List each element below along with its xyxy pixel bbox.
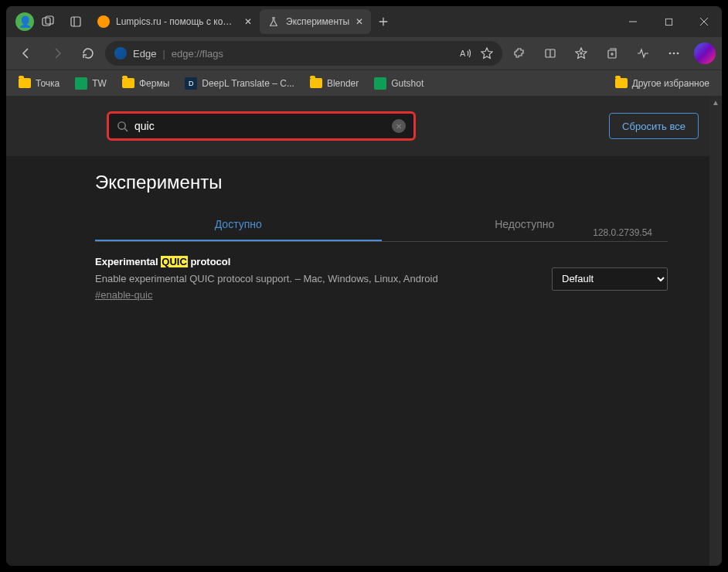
read-aloud-icon[interactable]: A: [459, 47, 471, 60]
bookmark-blender[interactable]: Blender: [304, 73, 365, 94]
bookmark-tochka[interactable]: Точка: [12, 73, 66, 94]
filter-tabs: Доступно Недоступно: [95, 209, 668, 242]
svg-rect-2: [71, 17, 80, 26]
flag-anchor-link[interactable]: #enable-quic: [95, 289, 152, 301]
address-separator: |: [162, 48, 165, 60]
clear-icon[interactable]: ✕: [392, 119, 406, 133]
address-url: edge://flags: [172, 48, 223, 60]
menu-button[interactable]: [660, 39, 688, 67]
workspaces-icon[interactable]: [34, 6, 62, 37]
search-input[interactable]: [134, 120, 386, 132]
svg-point-21: [118, 121, 125, 128]
window-controls: [615, 6, 722, 37]
maximize-button[interactable]: [651, 6, 686, 37]
close-icon[interactable]: ✕: [244, 16, 252, 27]
tab-actions-icon[interactable]: [62, 6, 90, 37]
edge-icon: [114, 47, 127, 60]
new-tab-button[interactable]: [371, 9, 396, 34]
address-bar[interactable]: Edge | edge://flags A: [105, 41, 502, 66]
flag-state-select[interactable]: Default: [552, 267, 668, 291]
tab-experiments[interactable]: Эксперименты ✕: [260, 9, 371, 34]
bookmark-tw[interactable]: TW: [69, 73, 113, 94]
forward-button: [43, 39, 71, 67]
tab-lumpics[interactable]: Lumpics.ru - помощь с компьюте ✕: [90, 9, 260, 34]
tab-available[interactable]: Доступно: [95, 209, 382, 241]
split-screen-icon[interactable]: [536, 39, 564, 67]
tab-label: Эксперименты: [286, 16, 349, 27]
tab-label: Lumpics.ru - помощь с компьюте: [116, 16, 238, 27]
profile-avatar[interactable]: 👤: [15, 12, 34, 31]
bookmark-fermy[interactable]: Фермы: [116, 73, 175, 94]
reset-all-button[interactable]: Сбросить все: [609, 113, 699, 139]
browser-window: 👤 Lumpics.ru - помощь с компьюте ✕ Экспе…: [6, 6, 722, 566]
bookmark-gutshot[interactable]: Gutshot: [368, 73, 430, 94]
svg-text:A: A: [460, 49, 466, 58]
tab-strip: Lumpics.ru - помощь с компьюте ✕ Экспери…: [90, 6, 615, 37]
flags-search-box[interactable]: ✕: [107, 111, 416, 141]
favicon-lumpics: [97, 15, 110, 28]
extensions-icon[interactable]: [505, 39, 533, 67]
minimize-button[interactable]: [615, 6, 651, 37]
svg-point-19: [673, 53, 675, 55]
favorites-icon[interactable]: [567, 39, 595, 67]
svg-point-20: [677, 53, 679, 55]
address-brand: Edge: [133, 48, 156, 60]
flag-item: Experimental QUIC protocol Enable experi…: [95, 242, 668, 315]
favorite-icon[interactable]: [481, 47, 493, 60]
close-button[interactable]: [686, 6, 722, 37]
flag-title: Experimental QUIC protocol: [95, 256, 536, 267]
flag-text: Experimental QUIC protocol Enable experi…: [95, 256, 536, 301]
performance-icon[interactable]: [629, 39, 657, 67]
close-icon[interactable]: ✕: [355, 16, 363, 27]
toolbar: Edge | edge://flags A: [6, 37, 722, 70]
bookmarks-bar: Точка TW Фермы DDeepL Translate – С... B…: [6, 70, 722, 96]
search-icon: [117, 121, 128, 132]
collections-icon[interactable]: [598, 39, 626, 67]
version-label: 128.0.2739.54: [593, 227, 652, 238]
svg-line-22: [124, 128, 128, 131]
scrollbar[interactable]: ▲: [709, 96, 722, 566]
refresh-button[interactable]: [74, 39, 102, 67]
svg-point-18: [669, 53, 672, 55]
flag-description: Enable experimental QUIC protocol suppor…: [95, 272, 536, 286]
flask-icon: [267, 15, 280, 28]
page-content: ✕ Сбросить все Эксперименты 128.0.2739.5…: [6, 96, 722, 566]
back-button[interactable]: [12, 39, 40, 67]
svg-rect-7: [665, 19, 672, 25]
copilot-icon[interactable]: [694, 43, 716, 64]
page-title: Эксперименты: [95, 172, 668, 193]
bookmark-deepl[interactable]: DDeepL Translate – С...: [179, 73, 301, 94]
main-section: Эксперименты 128.0.2739.54 Доступно Недо…: [6, 156, 722, 315]
search-section: ✕ Сбросить все: [6, 96, 722, 156]
titlebar: 👤 Lumpics.ru - помощь с компьюте ✕ Экспе…: [6, 6, 722, 37]
other-bookmarks[interactable]: Другое избранное: [609, 73, 716, 94]
scroll-up-icon[interactable]: ▲: [709, 96, 722, 108]
